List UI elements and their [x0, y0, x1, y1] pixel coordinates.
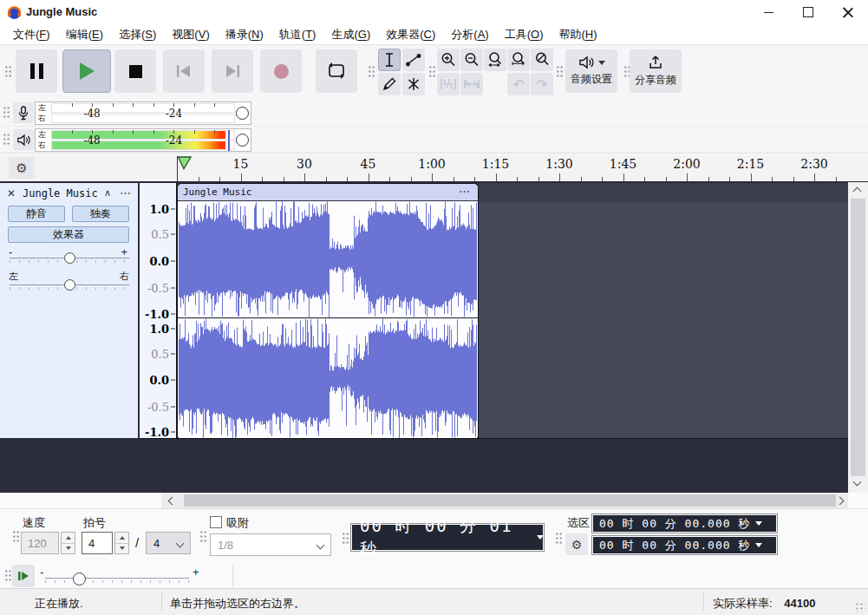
tempo-spinner[interactable]	[61, 532, 75, 554]
skip-to-start-button[interactable]	[163, 49, 205, 93]
zoom-fit-button[interactable]	[507, 49, 530, 71]
selection-options-button[interactable]: ⚙	[565, 533, 588, 555]
recording-meter[interactable]: 左 右 -48-24	[35, 101, 251, 125]
menu-item-N[interactable]: 播录(N)	[218, 25, 271, 44]
track-name[interactable]: Jungle Music	[23, 187, 98, 200]
record-meter-thumb[interactable]	[236, 107, 249, 120]
edit-toolbar-grip[interactable]	[428, 65, 436, 79]
timeline-ruler[interactable]: ⚙ 1530451:001:151:301:452:002:152:30	[0, 154, 868, 182]
share-audio-button[interactable]: 分享音频	[630, 49, 682, 93]
window-resize-grip[interactable]	[855, 602, 865, 612]
play-at-speed-button[interactable]	[12, 565, 35, 587]
menu-item-A[interactable]: 分析(A)	[443, 25, 496, 44]
scroll-down-icon[interactable]	[853, 478, 862, 487]
undo-button[interactable]: ↶	[507, 73, 530, 95]
time-toolbar-grip[interactable]	[342, 532, 349, 546]
selection-tool-button[interactable]	[378, 49, 401, 71]
scroll-right-icon[interactable]	[836, 497, 845, 506]
timesig-lower-dropdown[interactable]: 4	[146, 532, 191, 554]
minimize-button[interactable]	[748, 0, 788, 24]
playback-meter-thumb[interactable]	[236, 134, 249, 147]
waveform-ch2[interactable]	[179, 318, 477, 438]
playback-meter[interactable]: 左 右 -48-24	[35, 128, 251, 152]
pan-slider-thumb[interactable]	[64, 279, 75, 291]
solo-button[interactable]: 独奏	[72, 206, 129, 222]
play-button[interactable]	[62, 49, 111, 93]
timesig-spinner[interactable]	[114, 532, 129, 554]
audio-setup-grip[interactable]	[556, 65, 564, 79]
menu-item-O[interactable]: 工具(O)	[497, 25, 551, 44]
track-menu-button[interactable]: ⋯	[120, 186, 132, 200]
close-button[interactable]	[828, 0, 868, 24]
track-collapse-button[interactable]: ∧	[104, 187, 111, 199]
menu-item-H[interactable]: 帮助(H)	[551, 25, 605, 44]
track-empty-region[interactable]	[479, 183, 848, 438]
menu-item-G[interactable]: 生成(G)	[323, 25, 378, 44]
zoom-toggle-button[interactable]	[531, 49, 553, 71]
vertical-scale-ruler[interactable]: 1.00.50.0-0.5-1.01.00.50.0-0.5-1.0	[140, 183, 177, 438]
tempo-input[interactable]: 120	[21, 532, 59, 554]
clip-menu-button[interactable]: ⋯	[459, 185, 471, 198]
playhead-triangle[interactable]	[177, 156, 193, 170]
timesig-toolbar-grip[interactable]	[12, 530, 20, 544]
pause-button[interactable]	[16, 49, 57, 93]
horizontal-scrollbar[interactable]	[161, 493, 848, 508]
menu-item-C[interactable]: 效果器(C)	[378, 25, 443, 44]
menu-item-S[interactable]: 选择(S)	[111, 25, 164, 44]
envelope-tool-button[interactable]	[402, 49, 425, 71]
menu-item-T[interactable]: 轨道(T)	[271, 25, 324, 44]
meter-tick	[153, 103, 154, 107]
snap-dropdown[interactable]: 1/8	[210, 533, 331, 556]
draw-tool-button[interactable]	[378, 73, 401, 95]
scroll-up-icon[interactable]	[853, 187, 862, 196]
snap-toolbar-grip[interactable]	[199, 530, 207, 544]
time-format-arrow-icon[interactable]	[537, 535, 544, 540]
record-button[interactable]	[260, 49, 302, 93]
skip-to-end-button[interactable]	[212, 49, 253, 93]
vertical-scrollbar[interactable]	[848, 182, 868, 493]
playback-time-display[interactable]: 00 时 00 分 01 秒	[350, 523, 545, 552]
loop-button[interactable]	[316, 49, 357, 93]
effects-button[interactable]: 效果器	[8, 226, 129, 243]
timesig-upper-input[interactable]: 4	[82, 532, 113, 554]
selection-start-arrow-icon[interactable]	[755, 521, 762, 526]
speaker-button[interactable]	[13, 129, 34, 150]
scale-label: -1.0	[145, 426, 169, 439]
zoom-out-button[interactable]	[460, 49, 483, 71]
trim-audio-button[interactable]	[437, 73, 460, 95]
tools-toolbar-grip[interactable]	[368, 65, 375, 79]
menu-item-F[interactable]: 文件(F)	[5, 25, 58, 44]
menu-item-E[interactable]: 编辑(E)	[58, 25, 111, 44]
speed-slider-track[interactable]	[45, 578, 189, 579]
mic-button[interactable]	[13, 102, 34, 123]
selection-end-arrow-icon[interactable]	[755, 543, 762, 547]
gain-slider-thumb[interactable]	[64, 252, 75, 264]
scroll-left-icon[interactable]	[168, 497, 177, 506]
audio-setup-button[interactable]: 音频设置	[565, 49, 617, 93]
playback-meter-grip[interactable]	[3, 133, 10, 147]
redo-button[interactable]: ↷	[531, 73, 553, 95]
multi-tool-button[interactable]	[402, 73, 425, 95]
snap-checkbox[interactable]	[210, 516, 222, 528]
selection-toolbar-grip[interactable]	[555, 532, 563, 546]
maximize-button[interactable]	[788, 0, 828, 24]
track-close-button[interactable]: ✕	[7, 187, 16, 200]
waveform-ch1[interactable]	[179, 201, 477, 317]
vertical-scrollbar-thumb[interactable]	[851, 199, 865, 476]
recording-meter-grip[interactable]	[3, 106, 10, 120]
speed-slider-thumb[interactable]	[73, 572, 86, 586]
transport-toolbar-grip[interactable]	[4, 65, 12, 79]
zoom-selection-button[interactable]	[484, 49, 506, 71]
zoom-in-button[interactable]	[437, 49, 460, 71]
clip-header[interactable]: Jungle Music ⋯	[178, 184, 478, 201]
horizontal-scrollbar-thumb[interactable]	[184, 494, 836, 507]
selection-end-field[interactable]: 00 时 00 分 00.000 秒	[591, 535, 778, 555]
menu-item-V[interactable]: 视图(V)	[164, 25, 217, 44]
silence-audio-button[interactable]	[460, 73, 483, 95]
audio-clip[interactable]: Jungle Music ⋯	[177, 183, 479, 438]
selection-start-field[interactable]: 00 时 00 分 00.000 秒	[591, 514, 778, 533]
mute-button[interactable]: 静音	[8, 206, 65, 222]
stop-button[interactable]	[114, 49, 156, 93]
title-bar[interactable]: Jungle Music	[0, 0, 868, 24]
play-at-speed-grip[interactable]	[4, 569, 12, 583]
